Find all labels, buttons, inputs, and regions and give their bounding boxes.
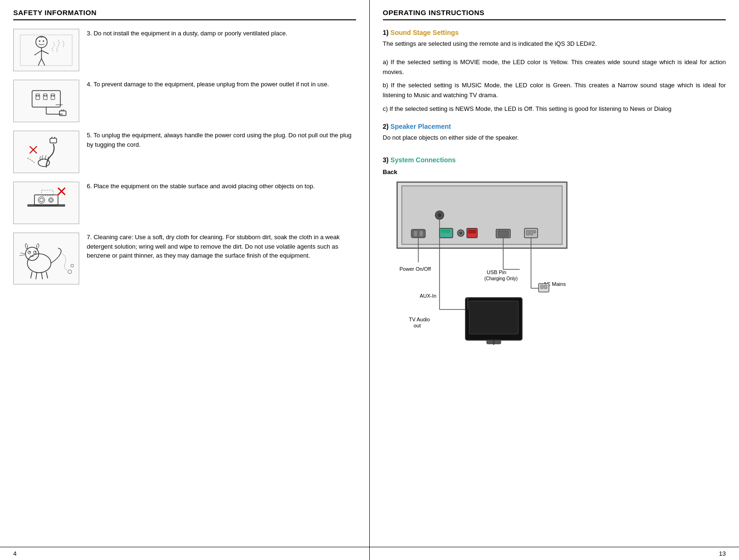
svg-rect-24	[50, 138, 57, 143]
safety-item-7: 7. Cleaning care: Use a soft, dry cloth …	[13, 233, 356, 284]
svg-point-39	[33, 251, 36, 254]
system-connections-diagram: Back	[383, 168, 726, 358]
svg-rect-59	[467, 228, 477, 238]
svg-line-43	[31, 272, 32, 278]
svg-text:AUX-In: AUX-In	[420, 293, 436, 299]
diagram-back-label: Back	[383, 168, 726, 176]
svg-point-18	[53, 95, 55, 96]
section1-sub-c: c) If the selected setting is NEWS Mode,…	[383, 104, 726, 114]
svg-point-48	[71, 264, 74, 267]
section1-number: 1)	[383, 29, 389, 36]
section1-sub-a-text: If the selected setting is MOVIE mode, t…	[383, 59, 726, 75]
left-section-title: SAFETY INFORMATION	[13, 8, 356, 20]
page-footer: 4 13	[0, 547, 739, 560]
section1-body: The settings are selected using the remo…	[383, 39, 726, 49]
safety-item-6-text: 6. Place the equipment on the stable sur…	[87, 182, 356, 191]
svg-line-42	[19, 255, 25, 256]
svg-rect-52	[414, 231, 417, 236]
svg-text:USB Pin: USB Pin	[487, 269, 507, 275]
svg-point-65	[438, 213, 441, 217]
section1-title: Sound Stage Settings	[390, 29, 459, 36]
svg-rect-91	[540, 285, 543, 289]
safety-item-6: 6. Place the equipment on the stable sur…	[13, 182, 356, 224]
svg-point-17	[51, 95, 53, 96]
svg-rect-63	[498, 231, 508, 236]
svg-point-30	[38, 197, 45, 203]
svg-rect-67	[526, 230, 529, 235]
safety-item-4: 4. To prevent damage to the equipment, p…	[13, 80, 356, 122]
svg-point-14	[38, 95, 40, 96]
section3-heading: 3) System Connections	[383, 156, 726, 164]
section2-heading: 2) Speaker Placement	[383, 123, 726, 130]
svg-rect-86	[469, 301, 518, 334]
section1-sub-b: b) If the selected setting is MUSIC Mode…	[383, 81, 726, 100]
left-column: SAFETY INFORMATION	[0, 0, 370, 547]
svg-point-3	[43, 40, 44, 42]
svg-point-16	[46, 95, 47, 96]
svg-rect-50	[402, 186, 562, 244]
svg-point-35	[27, 254, 51, 273]
section2-body: Do not place objects on either side of t…	[383, 133, 726, 143]
svg-line-8	[42, 59, 45, 66]
svg-rect-56	[446, 230, 450, 233]
section-system-connections: 3) System Connections Back	[383, 156, 726, 358]
section-speaker-placement: 2) Speaker Placement Do not place object…	[383, 123, 726, 143]
svg-rect-51	[411, 229, 425, 238]
svg-point-37	[28, 251, 31, 254]
section1-sub-c-text: If the selected setting is NEWS Mode, th…	[390, 105, 672, 112]
svg-line-46	[46, 272, 48, 278]
section1-sub-b-label: b)	[383, 82, 391, 89]
safety-item-7-text: 7. Cleaning care: Use a soft, dry cloth …	[87, 233, 356, 260]
svg-text:TV Audio: TV Audio	[409, 317, 430, 322]
illustration-3	[13, 29, 79, 71]
section3-title: System Connections	[390, 156, 456, 164]
safety-item-5: 5. To unplug the equipment, always handl…	[13, 131, 356, 173]
section-sound-stage: 1) Sound Stage Settings The settings are…	[383, 29, 726, 49]
svg-line-7	[38, 59, 42, 66]
svg-point-13	[36, 95, 38, 96]
svg-text:(Charging Only): (Charging Only)	[484, 276, 518, 281]
safety-item-3: 3. Do not install the equipment in a dus…	[13, 29, 356, 71]
section1-sub-a: a) If the selected setting is MOVIE mode…	[383, 58, 726, 77]
svg-text:out: out	[414, 323, 421, 328]
section2-title: Speaker Placement	[390, 123, 451, 130]
diagram-svg: Power On/Off USB Pin (Charging Only) AUX…	[383, 177, 581, 357]
svg-point-47	[68, 270, 72, 274]
section3-number: 3)	[383, 156, 389, 164]
illustration-7	[13, 233, 79, 284]
svg-rect-21	[59, 111, 66, 116]
svg-rect-90	[539, 284, 549, 292]
page-wrapper: SAFETY INFORMATION	[0, 0, 739, 560]
svg-rect-92	[544, 285, 547, 289]
section2-number: 2)	[383, 123, 389, 130]
safety-item-4-text: 4. To prevent damage to the equipment, p…	[87, 80, 356, 89]
svg-line-45	[42, 273, 42, 279]
svg-point-33	[50, 199, 52, 201]
svg-point-38	[29, 251, 30, 252]
svg-point-15	[44, 95, 45, 96]
svg-point-31	[40, 198, 43, 202]
illustration-6	[13, 182, 79, 224]
safety-item-5-text: 5. To unplug the equipment, always handl…	[87, 131, 356, 149]
svg-rect-69	[534, 230, 536, 233]
svg-line-41	[20, 253, 25, 254]
svg-rect-61	[473, 230, 475, 233]
section1-sub-b-text: If the selected setting is MUSIC Mode, t…	[383, 82, 726, 99]
svg-rect-60	[469, 230, 472, 233]
svg-rect-53	[419, 231, 423, 236]
svg-point-2	[39, 40, 41, 42]
svg-point-58	[459, 232, 462, 234]
section1-sub-c-label: c)	[383, 105, 390, 112]
safety-item-3-text: 3. Do not install the equipment in a dus…	[87, 29, 356, 38]
right-section-title: OPERATING INSTRUCTIONS	[383, 8, 726, 20]
right-column: OPERATING INSTRUCTIONS 1) Sound Stage Se…	[370, 0, 739, 547]
page-number-left: 4	[0, 547, 370, 560]
illustration-4	[13, 80, 79, 122]
svg-line-5	[34, 50, 42, 55]
svg-rect-68	[530, 230, 533, 235]
svg-rect-55	[441, 230, 445, 233]
svg-rect-11	[43, 94, 47, 100]
section1-heading: 1) Sound Stage Settings	[383, 29, 726, 36]
svg-rect-10	[36, 94, 40, 100]
page-number-right: 13	[370, 547, 739, 560]
